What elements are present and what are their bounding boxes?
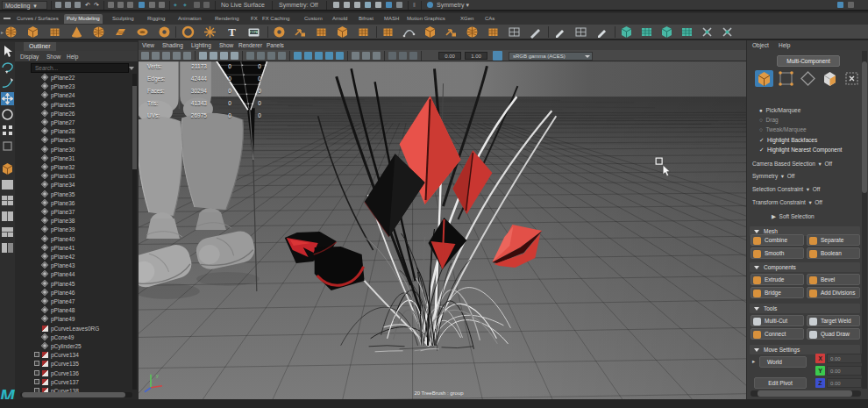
svg-text:T: T [228,25,236,39]
svg-text:0: 0 [228,75,231,82]
svg-text:26975: 26975 [191,112,207,118]
svg-text:Tris:: Tris: [147,100,159,106]
svg-text:0: 0 [228,112,231,118]
svg-text:TYPE: TYPE [249,30,259,34]
svg-text:0: 0 [228,100,231,106]
svg-text:UVs:: UVs: [147,112,160,118]
svg-text:Verts:: Verts: [147,63,162,69]
svg-text:20 TreeBrush : group: 20 TreeBrush : group [414,390,464,396]
svg-text:41343: 41343 [191,100,207,106]
svg-text:0: 0 [258,100,261,106]
svg-text:42444: 42444 [191,75,207,82]
svg-text:Faces:: Faces: [147,88,165,94]
svg-text:0: 0 [228,88,231,94]
svg-text:0: 0 [258,112,261,118]
svg-text:Edges:: Edges: [147,75,165,82]
svg-text:y: y [156,373,159,378]
svg-text:21173: 21173 [191,63,207,69]
svg-text:0: 0 [258,75,261,82]
svg-text:30294: 30294 [191,88,207,94]
svg-text:0: 0 [258,88,261,94]
svg-text:0: 0 [228,63,231,69]
svg-text:0: 0 [258,63,261,69]
